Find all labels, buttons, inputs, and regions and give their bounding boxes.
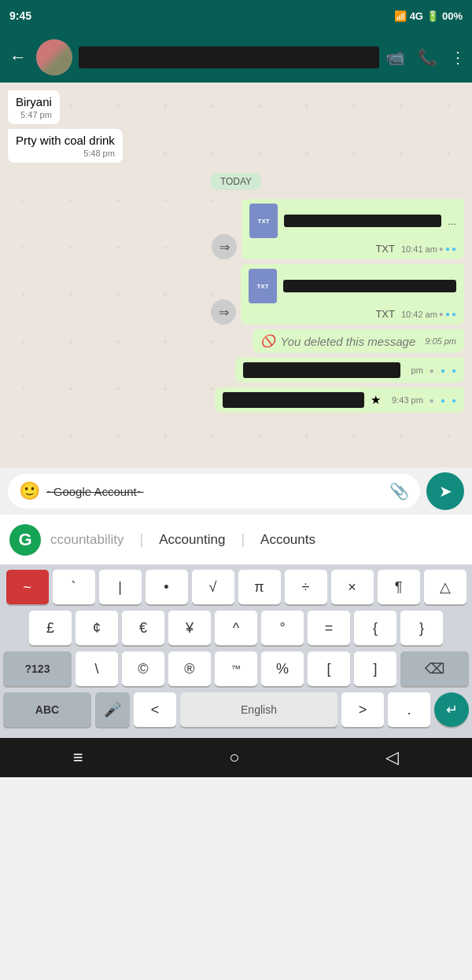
grammarly-icon: G [9,524,41,556]
keyboard-row-3: ?123 \ © ® ™ % [ ] ⌫ [3,651,469,686]
key-less-than[interactable]: < [134,692,176,727]
tick-icon: ● [452,366,456,375]
key-tilde[interactable]: ~ [6,570,49,604]
keyboard-row-2: £ ¢ € ¥ ^ ° = { } [3,611,469,645]
key-backtick[interactable]: ` [53,570,95,604]
key-trademark[interactable]: ™ [215,651,257,686]
file-type-icon: TXT [249,204,278,238]
autocomplete-options: ccountability | Accounting | Accounts [50,531,315,548]
file-header: TXT ... [249,204,456,238]
keyboard: ~ ` | • √ π ÷ × ¶ △ £ ¢ € ¥ ^ ° = { } ?1… [0,565,472,738]
key-triangle[interactable]: △ [424,570,466,604]
key-copyright[interactable]: © [122,651,164,686]
key-sqrt[interactable]: √ [192,570,234,604]
key-bracket-close[interactable]: ] [354,651,396,686]
key-pi[interactable]: π [238,570,281,604]
message-text: You deleted this message [280,335,415,348]
message-text: Prty with coal drink [16,134,115,147]
space-label: English [241,703,277,716]
message-bubble: 🚫 You deleted this message 9:05 pm [253,329,464,353]
key-cent[interactable]: ¢ [76,611,118,645]
message-time: 5:48 pm [83,149,115,158]
key-space[interactable]: English [180,692,337,727]
message-input[interactable]: ~Google Account~ [46,485,383,498]
key-greater-than[interactable]: > [341,692,384,727]
key-backslash[interactable]: \ [76,651,118,686]
tick-icon: ● [445,244,450,253]
key-abc[interactable]: ABC [3,692,91,727]
star-icon: ★ [371,393,381,407]
message-bubble: TXT TXT 10:42 am ● ● ● [241,264,464,325]
message-bubble: pm ● ● ● [235,358,464,383]
nav-back-button[interactable]: ◁ [385,747,399,768]
key-bullet[interactable]: • [146,570,188,604]
message-bubble: Biryani 5:47 pm [8,90,60,124]
key-brace-close[interactable]: } [400,611,443,645]
tick-icon: ● [441,396,445,405]
video-call-icon[interactable]: 📹 [385,48,405,67]
message-bubble: Prty with coal drink 5:48 pm [8,129,123,163]
message-bubble: TXT ... TXT 10:41 am ● ● ● [242,199,464,259]
separator: | [140,531,144,548]
deleted-message: 🚫 You deleted this message 9:05 pm [260,334,456,348]
signal-icon: 📶 [394,10,407,22]
message-bubble: ★ 9:43 pm ● ● ● [215,387,464,413]
chat-area: Biryani 5:47 pm Prty with coal drink 5:4… [0,83,472,468]
tick-icon: ● [445,310,450,318]
block-icon: 🚫 [260,334,275,348]
message-time: 9:05 pm [425,336,456,346]
status-bar: 9:45 📶 4G 🔋 00% [0,0,472,31]
file-type-label: TXT [375,243,395,255]
nav-menu-button[interactable]: ≡ [73,747,83,768]
back-button[interactable]: ← [6,44,30,71]
message-row: Biryani 5:47 pm [8,90,464,124]
key-caret[interactable]: ^ [215,611,257,645]
tick-icon: ● [430,366,434,375]
message-time: 10:42 am [401,310,437,319]
key-pound[interactable]: £ [29,611,72,645]
message-row: pm ● ● ● [8,358,464,383]
key-brace-open[interactable]: { [354,611,396,645]
key-mic[interactable]: 🎤 [95,692,130,727]
forward-icon[interactable]: ⇒ [211,299,236,325]
key-degree[interactable]: ° [261,611,304,645]
message-row: ⇒ TXT ... TXT 10:41 am ● ● ● [8,199,464,259]
file-name [283,280,456,292]
message-row: ⇒ TXT TXT 10:42 am ● ● ● [8,264,464,325]
send-button[interactable]: ➤ [426,472,464,510]
key-divide[interactable]: ÷ [285,570,327,604]
key-bracket-open[interactable]: [ [308,651,350,686]
key-percent[interactable]: % [261,651,304,686]
key-euro[interactable]: € [122,611,164,645]
key-backspace[interactable]: ⌫ [400,651,469,686]
key-enter[interactable]: ↵ [434,692,469,727]
key-numbers[interactable]: ?123 [3,651,72,686]
voice-call-icon[interactable]: 📞 [418,48,437,67]
attach-button[interactable]: 📎 [389,482,409,501]
more-options-icon[interactable]: ⋮ [450,48,466,67]
emoji-button[interactable]: 🙂 [19,481,40,501]
autocomplete-item-3[interactable]: Accounts [260,532,315,548]
message-row: 🚫 You deleted this message 9:05 pm [8,329,464,353]
message-text: Biryani [16,95,52,108]
nav-home-button[interactable]: ○ [229,747,239,768]
message-input-wrap: 🙂 ~Google Account~ 📎 [8,474,420,508]
key-pilcrow[interactable]: ¶ [378,570,420,604]
key-yen[interactable]: ¥ [168,611,211,645]
avatar[interactable] [36,39,72,75]
today-label: TODAY [211,173,261,190]
file-name [284,215,441,227]
tick-icon: ● [439,244,444,253]
key-equals[interactable]: = [308,611,350,645]
autocomplete-item-2[interactable]: Accounting [159,532,225,548]
key-multiply[interactable]: × [331,570,374,604]
key-pipe[interactable]: | [99,570,142,604]
redacted-content [243,362,400,378]
forward-icon[interactable]: ⇒ [212,234,237,259]
key-registered[interactable]: ® [168,651,211,686]
keyboard-row-4: ABC 🎤 < English > . ↵ [3,692,469,727]
grammarly-letter: G [18,530,31,550]
file-header: TXT [249,269,456,303]
key-period[interactable]: . [388,692,430,727]
autocomplete-item-1[interactable]: ccountability [50,532,124,548]
